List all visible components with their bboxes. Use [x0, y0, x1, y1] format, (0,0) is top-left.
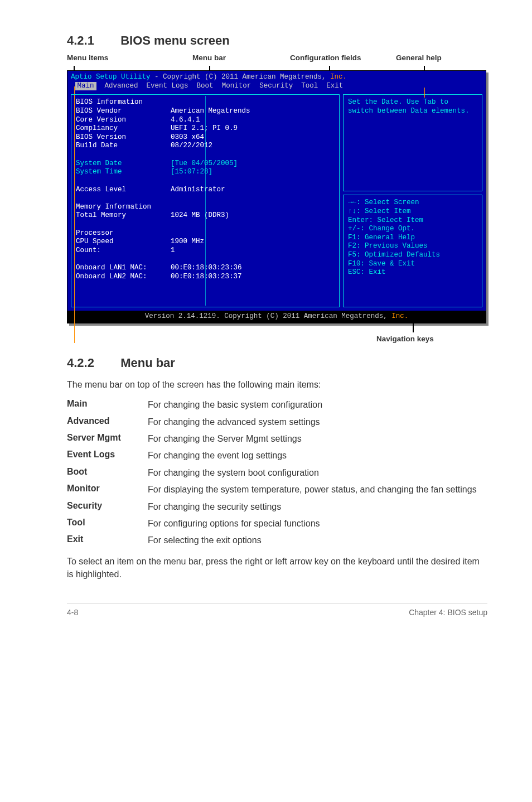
field-value: Administrator	[171, 186, 335, 195]
section-title-2: Menu bar	[120, 356, 175, 370]
def-term: Tool	[67, 518, 148, 530]
nav-hint: F1: General Help	[348, 234, 477, 243]
tab-security[interactable]: Security	[259, 82, 293, 90]
label-nav-keys: Navigation keys	[376, 335, 434, 343]
def-desc: For changing the Server Mgmt settings	[148, 433, 487, 445]
tab-advanced[interactable]: Advanced	[105, 82, 138, 90]
section-heading-2: 4.2.2 Menu bar	[67, 356, 487, 370]
bios-version-footer: Version 2.14.1219. Copyright (C) 2011 Am…	[67, 311, 486, 323]
field-label: Total Memory	[76, 211, 171, 220]
field-value: 08/22/2012	[171, 142, 335, 151]
section2-intro: The menu bar on top of the screen has th…	[67, 378, 487, 391]
def-desc: For changing the basic system configurat…	[148, 399, 487, 411]
system-time-label[interactable]: System Time	[76, 168, 171, 177]
nav-hint: F5: Optimized Defaults	[348, 251, 477, 260]
field-label: BIOS Information	[76, 98, 171, 107]
definitions-list: MainFor changing the basic system config…	[67, 399, 487, 547]
bios-title-bar: Aptio Setup Utility - Copyright (C) 2011…	[67, 71, 486, 82]
tab-event-logs[interactable]: Event Logs	[147, 82, 188, 90]
field-value: 1	[171, 247, 335, 255]
field-label: Access Level	[76, 186, 171, 195]
system-date-value[interactable]: [Tue 04/05/2005]	[171, 160, 335, 168]
def-term: Boot	[67, 467, 148, 479]
nav-hint: ↑↓: Select Item	[348, 207, 477, 216]
bios-nav-panel: →←: Select Screen ↑↓: Select Item Enter:…	[343, 195, 482, 307]
field-value: 4.6.4.1	[171, 116, 335, 125]
tab-exit[interactable]: Exit	[326, 82, 343, 90]
nav-keys-callout: Navigation keys	[67, 323, 487, 346]
bios-screen: Aptio Setup Utility - Copyright (C) 2011…	[67, 70, 486, 323]
def-term: Monitor	[67, 484, 148, 496]
system-time-value[interactable]: [15:07:28]	[171, 168, 335, 177]
field-label: Compliancy	[76, 124, 171, 133]
help-text: Set the Date. Use Tab to switch between …	[348, 98, 470, 115]
field-label: Onboard LAN2 MAC:	[76, 273, 171, 282]
def-term: Main	[67, 399, 148, 411]
field-label: Onboard LAN1 MAC:	[76, 264, 171, 273]
def-term: Server Mgmt	[67, 433, 148, 445]
nav-hint: Enter: Select Item	[348, 216, 477, 225]
def-desc: For displaying the system temperature, p…	[148, 484, 487, 496]
field-label: BIOS Version	[76, 133, 171, 142]
field-value	[171, 229, 335, 238]
label-config-fields: Configuration fields	[290, 54, 361, 62]
section2-outro: To select an item on the menu bar, press…	[67, 555, 487, 581]
def-desc: For changing the security settings	[148, 501, 487, 513]
def-term: Event Logs	[67, 450, 148, 462]
tab-monitor[interactable]: Monitor	[222, 82, 252, 90]
section-heading-1: 4.2.1 BIOS menu screen	[67, 33, 487, 48]
nav-hint: F2: Previous Values	[348, 242, 477, 251]
panel-divider	[205, 96, 206, 306]
tick-marks-top	[67, 66, 487, 70]
chapter-label: Chapter 4: BIOS setup	[409, 608, 487, 617]
bios-menu-bar: Main Advanced Event Logs Boot Monitor Se…	[67, 82, 486, 91]
bios-main-panel: BIOS Information BIOS VendorAmerican Meg…	[71, 94, 340, 307]
def-term: Exit	[67, 534, 148, 547]
system-date-label[interactable]: System Date	[76, 160, 171, 168]
nav-hint: +/-: Change Opt.	[348, 225, 477, 234]
field-value: 00:E0:18:03:23:37	[171, 273, 335, 282]
section-number-2: 4.2.2	[67, 356, 117, 370]
field-value	[171, 98, 335, 107]
tab-boot[interactable]: Boot	[197, 82, 214, 90]
label-menu-bar: Menu bar	[192, 54, 226, 62]
def-desc: For changing the system boot configurati…	[148, 467, 487, 479]
field-label: Memory Information	[76, 203, 171, 212]
field-value: 1024 MB (DDR3)	[171, 211, 335, 220]
label-general-help: General help	[396, 54, 442, 62]
nav-hint: ESC: Exit	[348, 268, 477, 277]
tab-main[interactable]: Main	[75, 82, 96, 91]
def-desc: For selecting the exit options	[148, 534, 487, 547]
tab-tool[interactable]: Tool	[301, 82, 318, 90]
bios-help-panel: Set the Date. Use Tab to switch between …	[343, 94, 482, 191]
nav-hint: F10: Save & Exit	[348, 260, 477, 269]
nav-hint: →←: Select Screen	[348, 199, 477, 207]
field-value: 00:E0:18:03:23:36	[171, 264, 335, 273]
label-menu-items: Menu items	[67, 54, 108, 62]
field-label: CPU Speed	[76, 238, 171, 247]
field-label: BIOS Vendor	[76, 107, 171, 116]
def-desc: For configuring options for special func…	[148, 518, 487, 530]
def-desc: For changing the advanced system setting…	[148, 416, 487, 428]
field-label: Processor	[76, 229, 171, 238]
field-value: 0303 x64	[171, 133, 335, 142]
field-label: Count:	[76, 247, 171, 255]
field-value: 1900 MHz	[171, 238, 335, 247]
field-value	[171, 203, 335, 212]
def-term: Advanced	[67, 416, 148, 428]
page-footer: 4-8 Chapter 4: BIOS setup	[67, 603, 487, 617]
field-value: UEFI 2.1; PI 0.9	[171, 124, 335, 133]
field-label: Core Version	[76, 116, 171, 125]
field-value: American Megatrends	[171, 107, 335, 116]
diagram-labels: Menu items Menu bar Configuration fields…	[67, 54, 487, 65]
def-desc: For changing the event log settings	[148, 450, 487, 462]
field-label: Build Date	[76, 142, 171, 151]
callout-line-help	[424, 88, 425, 98]
page-number: 4-8	[67, 608, 78, 617]
section-title-1: BIOS menu screen	[120, 33, 230, 47]
def-term: Security	[67, 501, 148, 513]
section-number-1: 4.2.1	[67, 33, 117, 48]
